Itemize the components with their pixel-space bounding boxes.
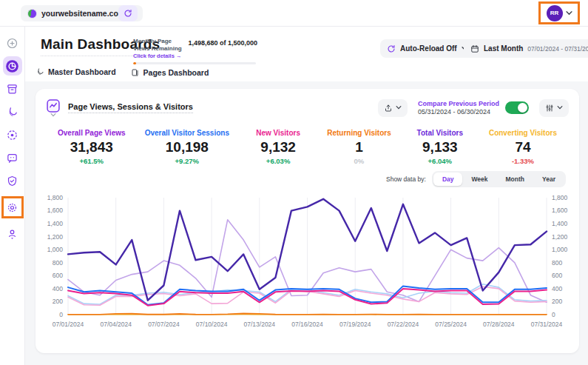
auto-reload-icon	[387, 44, 396, 53]
period-option-year[interactable]: Year	[533, 173, 564, 186]
metric-value: 1	[327, 139, 391, 155]
svg-text:1,600: 1,600	[47, 207, 64, 214]
chart-widget-icon	[46, 98, 61, 113]
sidebar-item-add[interactable]	[3, 33, 22, 53]
tab-label: Master Dashboard	[48, 67, 116, 76]
chevron-down-icon	[50, 113, 56, 117]
svg-text:0: 0	[552, 311, 555, 318]
quota-block: Monthly Page Views Remaining Click for d…	[133, 38, 257, 64]
compare-previous-period: Compare Previous Period 05/31/2024 - 06/…	[418, 100, 529, 115]
sidebar-item-goals[interactable]	[3, 125, 22, 144]
period-segmented-control: Day Week Month Year	[432, 171, 566, 187]
line-chart: 002002004004006006008008001,0001,0001,20…	[36, 189, 579, 338]
compare-dates: 05/31/2024 - 06/30/2024	[418, 108, 499, 115]
quota-value: 1,498,680 of 1,500,000	[188, 39, 257, 47]
svg-text:200: 200	[53, 298, 63, 305]
sidebar-item-messages[interactable]	[3, 148, 22, 167]
svg-text:07/31/2024: 07/31/2024	[531, 321, 563, 328]
metric-change: 0%	[327, 157, 391, 165]
sidebar-item-master-dashboard[interactable]	[3, 102, 22, 121]
auto-reload-dropdown[interactable]: Auto-Reload Off	[380, 39, 475, 58]
chevron-down-icon	[557, 106, 563, 110]
svg-text:1,400: 1,400	[47, 220, 64, 227]
content-area: Page Views, Sessions & Visitors Compare …	[25, 81, 588, 365]
hook-icon	[36, 67, 44, 76]
quota-details-link[interactable]: Click for details →	[133, 53, 183, 59]
export-icon	[384, 104, 393, 113]
page-views-card: Page Views, Sessions & Visitors Compare …	[36, 89, 579, 353]
metric-overall-visitor-sessions: Overall Visitor Sessions 10,198 +9.27%	[145, 129, 229, 165]
metric-change: +61.5%	[58, 157, 126, 165]
svg-text:1,400: 1,400	[552, 220, 568, 227]
svg-text:1,000: 1,000	[47, 246, 64, 253]
svg-text:1,200: 1,200	[552, 233, 568, 241]
svg-text:600: 600	[552, 272, 562, 279]
svg-text:07/25/2024: 07/25/2024	[435, 321, 467, 328]
calendar-icon	[470, 44, 479, 53]
svg-text:800: 800	[552, 259, 562, 267]
user-avatar[interactable]: RR	[547, 5, 563, 21]
tab-master-dashboard[interactable]: Master Dashboard	[36, 67, 116, 83]
compare-toggle[interactable]	[505, 101, 529, 114]
tab-label: Pages Dashboard	[143, 68, 209, 77]
sidebar-item-profile[interactable]	[3, 224, 22, 243]
metric-change: +9.27%	[145, 157, 229, 165]
settings-gear-icon	[6, 201, 18, 214]
show-data-by-label: Show data by:	[386, 175, 426, 183]
svg-text:07/01/2024: 07/01/2024	[53, 321, 84, 328]
pages-icon	[131, 68, 140, 77]
chevron-down-icon	[396, 106, 402, 110]
svg-text:400: 400	[53, 285, 63, 292]
svg-text:07/19/2024: 07/19/2024	[339, 321, 371, 328]
period-option-week[interactable]: Week	[462, 173, 496, 186]
export-button[interactable]	[378, 99, 408, 117]
line-chart-svg: 002002004004006006008008001,0001,0001,20…	[41, 190, 573, 335]
period-option-day[interactable]: Day	[433, 173, 463, 186]
period-option-month[interactable]: Month	[497, 173, 534, 186]
refresh-icon	[124, 9, 132, 18]
dashboard-pie-icon	[4, 58, 20, 74]
hook-icon	[6, 106, 18, 118]
site-favicon-icon	[27, 9, 37, 19]
svg-text:1,800: 1,800	[552, 194, 568, 201]
person-pin-icon	[6, 227, 18, 240]
metric-label: Overall Page Views	[58, 129, 126, 137]
sidebar-item-archive[interactable]	[3, 79, 22, 98]
svg-text:0: 0	[59, 311, 63, 318]
main-area: Main Dashboards Monthly Page Views Remai…	[25, 27, 588, 365]
metric-value: 31,843	[58, 139, 126, 155]
svg-text:600: 600	[53, 272, 63, 279]
sliders-icon	[545, 104, 554, 113]
sidebar-item-security[interactable]	[3, 171, 22, 190]
svg-text:1,600: 1,600	[552, 207, 568, 214]
svg-text:07/04/2024: 07/04/2024	[100, 321, 132, 328]
top-bar: yourwebsitename.com RR	[0, 0, 588, 27]
metric-returning-visitors: Returning Visitors 1 0%	[327, 129, 391, 165]
quota-progress-bar	[133, 62, 256, 64]
sidebar-item-dashboards[interactable]	[3, 56, 22, 76]
svg-text:800: 800	[53, 259, 63, 267]
metric-label: Returning Visitors	[327, 129, 391, 137]
metric-label: Overall Visitor Sessions	[145, 129, 229, 137]
date-range-picker[interactable]: Last Month 07/01/2024 - 07/31/2024	[464, 39, 588, 58]
target-icon	[6, 129, 18, 141]
sidebar-item-settings[interactable]	[4, 198, 21, 217]
svg-text:1,800: 1,800	[47, 194, 64, 201]
quota-progress-fill	[133, 62, 136, 64]
tab-pages-dashboard[interactable]: Pages Dashboard	[131, 67, 209, 83]
metric-value: 9,133	[410, 139, 470, 155]
metric-total-visitors: Total Visitors 9,133 +6.04%	[410, 129, 470, 165]
metric-change: +6.03%	[249, 157, 308, 165]
sidebar-nav	[0, 27, 25, 365]
svg-text:1,200: 1,200	[47, 233, 64, 241]
site-refresh-button[interactable]	[118, 5, 138, 21]
archive-icon	[6, 83, 18, 96]
auto-reload-label: Auto-Reload Off	[400, 44, 457, 53]
annotation-box-avatar: RR	[538, 1, 580, 24]
columns-button[interactable]	[539, 99, 569, 117]
date-range-value: 07/01/2024 - 07/31/2024	[527, 45, 588, 53]
metric-change: -1.33%	[489, 157, 557, 165]
card-icon-dropdown[interactable]	[46, 98, 61, 117]
svg-text:07/16/2024: 07/16/2024	[291, 321, 323, 328]
chevron-down-icon[interactable]	[566, 11, 572, 16]
